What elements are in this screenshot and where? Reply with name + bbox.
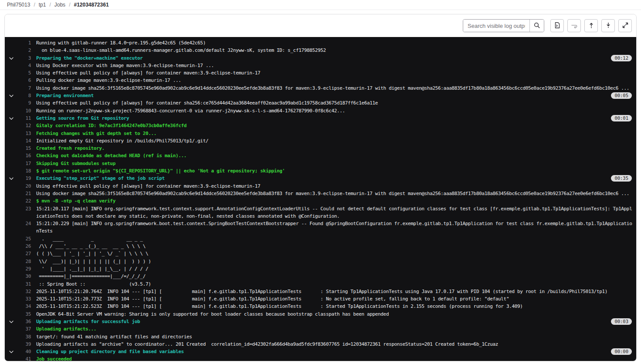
chevron-down-icon[interactable] — [8, 319, 14, 325]
log-section-header-row: 3Preparing the "docker+machine" executor… — [5, 54, 636, 62]
log-line-gutter: 39 — [5, 340, 31, 348]
line-number[interactable]: 9 — [5, 99, 31, 107]
log-search-group — [463, 19, 544, 32]
chevron-down-icon[interactable] — [8, 55, 14, 61]
line-number[interactable]: 18 — [5, 167, 31, 175]
wrap-lines-icon — [571, 22, 578, 30]
line-number[interactable]: 37 — [5, 325, 31, 333]
line-number[interactable]: 39 — [5, 340, 31, 348]
line-number[interactable]: 33 — [5, 295, 31, 303]
raw-log-button[interactable] — [550, 19, 564, 32]
scroll-to-top-button[interactable] — [584, 19, 598, 32]
line-number[interactable]: 10 — [5, 107, 31, 115]
log-line-row: 342025-11-10T15:21:22.523Z INFO 104 --- … — [5, 303, 636, 310]
line-number[interactable]: 23 — [5, 205, 31, 212]
line-number[interactable]: 5 — [5, 69, 31, 77]
job-log-output[interactable]: 1Running with gitlab-runner 18.4.0~pre.1… — [5, 37, 636, 361]
log-line-text: Using docker image sha256:3f5165e8c87057… — [36, 190, 634, 197]
log-line-row: 41Job succeeded — [5, 355, 636, 361]
chevron-down-icon[interactable] — [8, 115, 14, 121]
line-number[interactable]: 38 — [5, 333, 31, 340]
log-line-row: 7Using docker image sha256:3f5165e8c8705… — [5, 84, 636, 92]
line-number[interactable]: 1 — [5, 39, 31, 47]
search-button[interactable] — [529, 20, 544, 32]
log-line-row: 31 :: Spring Boot :: (v3.5.7) — [5, 280, 636, 288]
log-line-text: Using effective pull policy of [always] … — [36, 99, 634, 107]
line-number[interactable]: 25 — [5, 235, 31, 243]
log-line-gutter: 24 — [5, 220, 31, 235]
log-line-text: Cleaning up project directory and file b… — [36, 348, 634, 355]
line-number[interactable]: 34 — [5, 303, 31, 310]
breadcrumb-item[interactable]: tp1 — [39, 2, 46, 8]
line-number[interactable]: 21 — [5, 190, 31, 197]
line-number[interactable]: 16 — [5, 152, 31, 159]
fullscreen-button[interactable] — [618, 19, 632, 32]
log-line-row: 14Initialized empty Git repository in /b… — [5, 137, 636, 145]
line-number[interactable]: 12 — [5, 122, 31, 129]
line-number[interactable]: 15 — [5, 145, 31, 152]
line-number[interactable]: 35 — [5, 310, 31, 318]
chevron-down-icon[interactable] — [8, 349, 14, 355]
line-number[interactable]: 30 — [5, 273, 31, 280]
log-line-gutter: 30 — [5, 273, 31, 280]
line-number[interactable]: 27 — [5, 250, 31, 257]
chevron-down-icon[interactable] — [8, 175, 14, 182]
log-line-row: 35OpenJDK 64-Bit Server VM warning: Shar… — [5, 310, 636, 318]
log-line-text: Using effective pull policy of [always] … — [36, 69, 634, 77]
breadcrumb-item[interactable]: #12034872361 — [74, 2, 109, 8]
log-line-text: 2025-11-10T15:21:22.523Z INFO 104 --- [t… — [36, 303, 634, 310]
line-number[interactable]: 17 — [5, 160, 31, 167]
log-line-text: Uploading artifacts for successful job — [36, 318, 634, 325]
line-number[interactable]: 2 — [5, 47, 31, 54]
line-number[interactable]: 6 — [5, 77, 31, 84]
line-number[interactable]: 41 — [5, 355, 31, 361]
log-line-row: 18$ git remote set-url origin "${CI_REPO… — [5, 167, 636, 175]
log-line-gutter: 13 — [5, 130, 31, 137]
raw-log-file-icon — [554, 22, 561, 30]
log-line-text: /\\ / ___'_ __ _ _(_)_ __ __ _ \ \ \ \ — [36, 243, 634, 250]
line-number[interactable]: 26 — [5, 243, 31, 250]
line-number[interactable]: 29 — [5, 265, 31, 273]
log-line-text: Skipping Git submodules setup — [36, 160, 634, 167]
log-line-row: 26 /\\ / ___'_ __ _ _(_)_ __ __ _ \ \ \ … — [5, 243, 636, 250]
log-line-gutter: 11 — [5, 115, 31, 122]
log-line-row: 12Gitaly correlation ID: 9e7ac3f1464247e… — [5, 122, 636, 129]
breadcrumb-item[interactable]: Phil75013 — [7, 2, 30, 8]
log-line-gutter: 20 — [5, 182, 31, 190]
log-line-gutter: 3 — [5, 54, 31, 62]
breadcrumb-item[interactable]: Jobs — [54, 2, 65, 8]
chevron-down-icon[interactable] — [8, 93, 14, 99]
log-section-header-row: 36Uploading artifacts for successful job… — [5, 318, 636, 325]
line-number[interactable]: 31 — [5, 280, 31, 288]
log-line-gutter: 27 — [5, 250, 31, 257]
line-number[interactable]: 32 — [5, 288, 31, 295]
log-line-text: 2025-11-10T15:21:20.764Z INFO 104 --- [t… — [36, 288, 634, 295]
line-number[interactable]: 13 — [5, 130, 31, 137]
log-line-text: Using Docker executor with image maven:3… — [36, 62, 634, 69]
scroll-to-bottom-button[interactable] — [601, 19, 615, 32]
search-icon — [533, 22, 540, 30]
log-line-gutter: 22 — [5, 197, 31, 205]
log-line-row: 322025-11-10T15:21:20.764Z INFO 104 --- … — [5, 288, 636, 295]
line-number[interactable]: 22 — [5, 197, 31, 205]
log-line-gutter: 38 — [5, 333, 31, 340]
log-line-row: 2415:21:20.229 [main] INFO org.springfra… — [5, 220, 636, 235]
log-line-text: Uploading artifacts... — [36, 325, 634, 333]
log-line-gutter: 19 — [5, 175, 31, 182]
log-line-gutter: 16 — [5, 152, 31, 159]
line-number[interactable]: 4 — [5, 62, 31, 69]
line-number[interactable]: 24 — [5, 220, 31, 227]
line-number[interactable]: 28 — [5, 258, 31, 265]
line-number[interactable]: 14 — [5, 137, 31, 145]
log-line-text: Job succeeded — [36, 355, 634, 361]
log-line-row: 38target/: found 41 matching artifact fi… — [5, 333, 636, 340]
line-number[interactable]: 7 — [5, 84, 31, 92]
search-input[interactable] — [463, 20, 529, 32]
log-line-row: 6Pulling docker image maven:3.9-eclipse-… — [5, 77, 636, 84]
section-duration-badge: 00:01 — [611, 115, 632, 121]
wrap-lines-button[interactable] — [567, 19, 581, 32]
section-duration-badge: 00:35 — [611, 175, 632, 182]
log-line-gutter: 1 — [5, 39, 31, 47]
line-number[interactable]: 20 — [5, 182, 31, 190]
section-duration-badge: 00:03 — [611, 318, 632, 325]
